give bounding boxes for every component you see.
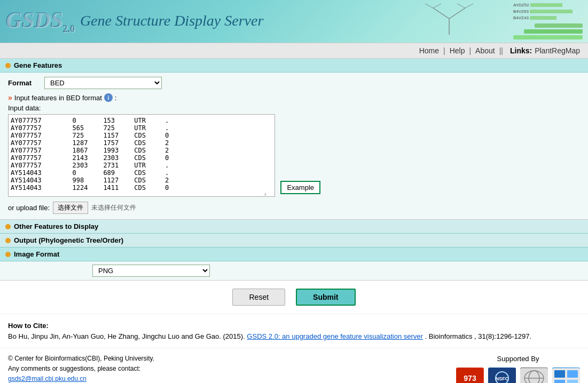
textarea-resize-icon: ⌟ xyxy=(264,190,266,196)
svg-text:973: 973 xyxy=(464,374,476,382)
buttons-row: Reset Submit xyxy=(0,281,588,314)
nav-links-label: Links: xyxy=(510,46,532,55)
image-format-title: Image Format xyxy=(14,250,59,258)
svg-rect-17 xyxy=(554,370,565,378)
svg-rect-20 xyxy=(567,380,578,383)
image-format-body: PNG SVG PDF xyxy=(0,261,588,281)
upload-label: or upload file: xyxy=(8,204,50,212)
format-hint: » Input features in BED format i : xyxy=(8,93,580,102)
gene-features-body: Format BED GFF GTF » Input features in B… xyxy=(0,73,588,220)
gene-features-dot xyxy=(5,63,11,68)
nav-home[interactable]: Home xyxy=(419,46,439,55)
svg-rect-18 xyxy=(567,370,578,378)
svg-rect-19 xyxy=(554,380,565,383)
gene-features-section-header[interactable]: Gene Features xyxy=(0,59,588,73)
upload-row: or upload file: 选择文件 未选择任何文件 xyxy=(8,202,580,214)
svg-line-5 xyxy=(457,4,465,8)
image-format-select-wrapper[interactable]: PNG SVG PDF xyxy=(92,265,210,277)
footer-comments: Any comments or suggestions, please cont… xyxy=(8,364,456,374)
header-tree-decoration xyxy=(417,3,481,37)
citation-journal: . Bioinformatics xyxy=(425,332,473,340)
hint-colon: : xyxy=(115,94,117,102)
output-title: Output (Phylogenetic Tree/Order) xyxy=(14,236,123,244)
logo-area: GSDS2.0 Gene Structure Display Server xyxy=(0,4,588,37)
footer-left: © Center for Bioinformatics(CBI), Peking… xyxy=(8,354,456,383)
svg-text:NSFC: NSFC xyxy=(496,376,509,381)
image-format-select[interactable]: PNG SVG PDF xyxy=(92,265,210,277)
svg-line-4 xyxy=(433,4,441,8)
footer-right: Supported By 973 NSFC xyxy=(456,354,580,383)
supported-by-label: Supported By xyxy=(497,354,539,365)
format-label: Format xyxy=(8,79,40,87)
svg-line-3 xyxy=(425,4,433,8)
nav-sep-3: || xyxy=(499,46,503,55)
citation-title: How to Cite: xyxy=(8,322,49,330)
hint-info-icon[interactable]: i xyxy=(104,93,113,102)
format-select[interactable]: BED GFF GTF xyxy=(44,77,162,89)
input-data-label: Input data: xyxy=(8,104,580,112)
header-stripes: AYDZ52 B4VZ63 B4VZ43 xyxy=(513,3,583,39)
footer-copyright: © Center for Bioinformatics(CBI), Peking… xyxy=(8,354,456,364)
citation-paper-link[interactable]: GSDS 2.0: an upgraded gene feature visua… xyxy=(247,332,423,340)
reset-button[interactable]: Reset xyxy=(232,289,285,306)
svg-line-2 xyxy=(449,8,465,19)
textarea-container: AY077757 0 153 UTR . AY077757 565 725 UT… xyxy=(8,114,275,197)
logo-gsds: GSDS2.0 xyxy=(5,7,75,35)
format-row: Format BED GFF GTF xyxy=(8,77,580,89)
sponsor-logos: 973 NSFC xyxy=(456,368,580,383)
nav-plantregmap[interactable]: PlantRegMap xyxy=(535,46,580,55)
navbar: Home | Help | About || Links: PlantRegMa… xyxy=(0,43,588,59)
gene-features-title: Gene Features xyxy=(14,61,62,69)
upload-file-button[interactable]: 选择文件 xyxy=(53,202,88,214)
sponsor-973: 973 xyxy=(456,368,484,383)
nav-sep-1: | xyxy=(443,46,445,55)
nav-help[interactable]: Help xyxy=(450,46,465,55)
citation-journal-detail: , 31(8):1296-1297. xyxy=(474,332,531,340)
output-dot xyxy=(5,238,11,243)
format-select-wrapper[interactable]: BED GFF GTF xyxy=(44,77,162,89)
submit-button[interactable]: Submit xyxy=(296,289,355,306)
image-format-section-header[interactable]: Image Format xyxy=(0,248,588,261)
sponsor-solar xyxy=(552,368,580,383)
svg-rect-12 xyxy=(520,368,548,383)
other-features-dot xyxy=(5,224,11,229)
svg-line-1 xyxy=(433,8,449,19)
upload-no-file-text: 未选择任何文件 xyxy=(91,203,136,212)
nav-sep-2: | xyxy=(469,46,471,55)
svg-line-6 xyxy=(465,4,473,8)
other-features-section-header[interactable]: Other Features to Display xyxy=(0,220,588,234)
nav-about[interactable]: About xyxy=(475,46,495,55)
gene-features-textarea[interactable]: AY077757 0 153 UTR . AY077757 565 725 UT… xyxy=(8,114,275,197)
hint-text: Input features in BED format xyxy=(14,94,102,102)
sponsor-cas xyxy=(520,368,548,383)
other-features-title: Other Features to Display xyxy=(14,222,98,230)
example-button[interactable]: Example xyxy=(280,181,320,194)
output-section-header[interactable]: Output (Phylogenetic Tree/Order) xyxy=(0,234,588,248)
footer-email1[interactable]: gsds2@mail.cbi.pku.edu.cn xyxy=(8,375,87,382)
image-format-dot xyxy=(5,252,11,257)
citation-authors: Bo Hu, Jinpu Jin, An-Yuan Guo, He Zhang,… xyxy=(8,332,245,340)
logo-subtitle: Gene Structure Display Server xyxy=(80,12,263,29)
footer: © Center for Bioinformatics(CBI), Peking… xyxy=(0,348,588,383)
citation-section: How to Cite: Bo Hu, Jinpu Jin, An-Yuan G… xyxy=(0,314,588,348)
sponsor-nsfc: NSFC xyxy=(488,368,516,383)
hint-arrows-icon: » xyxy=(8,93,12,102)
header: GSDS2.0 Gene Structure Display Server AY… xyxy=(0,0,588,43)
